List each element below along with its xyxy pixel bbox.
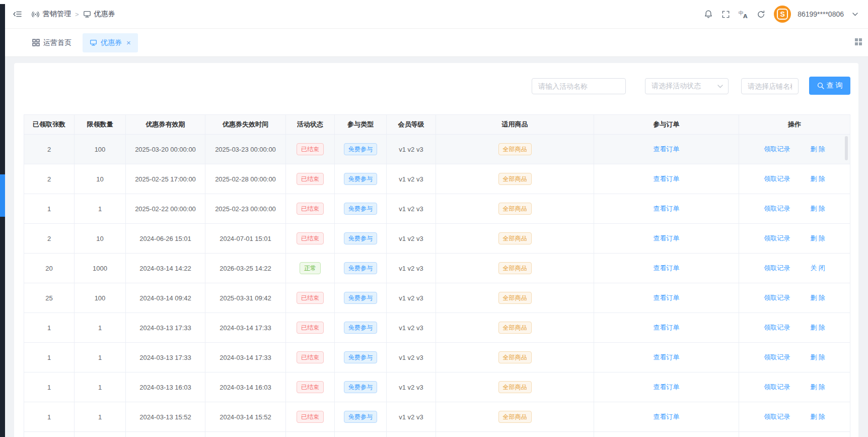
claimed-count-cell: 2: [24, 224, 75, 254]
valid-time-cell: [126, 432, 205, 437]
limit-count-cell: 100: [75, 283, 126, 313]
limit-count: 1: [98, 354, 102, 361]
tab-coupon[interactable]: 优惠券 ×: [83, 33, 138, 52]
claim-records-link[interactable]: 领取记录: [764, 412, 790, 421]
tab-close-icon[interactable]: ×: [126, 39, 131, 46]
actions-cell: 领取记录删 除: [739, 194, 850, 224]
activity-name-input[interactable]: [532, 78, 626, 94]
breadcrumb-section[interactable]: 营销管理: [43, 10, 71, 19]
claim-records-link[interactable]: 领取记录: [764, 204, 790, 213]
expire-time-cell: 2024-03-14 17:33: [205, 313, 286, 343]
member-level: v1 v2 v3: [399, 205, 423, 213]
claim-records-link[interactable]: 领取记录: [764, 174, 790, 183]
delete-link[interactable]: 删 除: [810, 204, 825, 213]
search-button-label: 查 询: [827, 81, 843, 90]
expire-time-cell: 2024-07-01 15:01: [205, 224, 286, 254]
delete-link[interactable]: 删 除: [810, 293, 825, 302]
join-type-badge: 免费参与: [344, 232, 377, 244]
delete-link[interactable]: 删 除: [810, 412, 825, 421]
view-orders-link[interactable]: 查看订单: [654, 234, 680, 243]
delete-link[interactable]: 删 除: [810, 323, 825, 332]
view-orders-link[interactable]: 查看订单: [654, 145, 680, 154]
goods-cell: 全部商品: [436, 194, 594, 224]
view-orders-link[interactable]: 查看订单: [654, 293, 680, 302]
claim-records-link[interactable]: 领取记录: [764, 293, 790, 302]
limit-count: 1: [98, 324, 102, 332]
expire-time-cell: 2025-03-31 09:42: [205, 283, 286, 313]
sidebar-active-item-indicator: [0, 174, 5, 217]
order-cell: 查看订单: [594, 313, 739, 343]
table-header-row: 已领取张数限领数量优惠券有效期优惠券失效时间活动状态参与类型会员等级适用商品参与…: [24, 115, 850, 135]
delete-link[interactable]: 删 除: [810, 383, 825, 392]
refresh-icon[interactable]: [757, 10, 765, 19]
avatar[interactable]: S: [774, 6, 791, 23]
view-orders-link[interactable]: 查看订单: [654, 174, 680, 183]
limit-count-cell: 10: [75, 224, 126, 254]
claimed-count-cell: 1: [24, 343, 75, 372]
member-level-cell: v1 v2 v3: [387, 224, 436, 254]
collapse-menu-icon[interactable]: [13, 10, 22, 19]
order-cell: 查看订单: [594, 343, 739, 372]
breadcrumb-separator: >: [74, 11, 80, 18]
apps-grid-icon[interactable]: [855, 38, 862, 45]
monitor-icon: [83, 10, 91, 18]
translate-language-icon[interactable]: 中 A: [739, 10, 748, 19]
limit-count-cell: 1: [75, 194, 126, 224]
status-badge: 已结束: [297, 232, 324, 244]
view-orders-link[interactable]: 查看订单: [654, 264, 680, 273]
delete-link[interactable]: 删 除: [810, 145, 825, 154]
view-orders-link[interactable]: 查看订单: [654, 383, 680, 392]
goods-cell: 全部商品: [436, 343, 594, 372]
valid-time: 2025-02-22 00:00:00: [135, 205, 196, 213]
claim-records-link[interactable]: 领取记录: [764, 353, 790, 362]
expire-time: 2024-03-14 17:33: [220, 324, 271, 332]
activity-status-select[interactable]: 请选择活动状态: [645, 78, 729, 94]
table-scrollbar-thumb[interactable]: [845, 136, 848, 160]
applicable-goods-badge: 全部商品: [498, 292, 532, 304]
join-type-cell: 免费参与: [335, 254, 387, 283]
claim-records-link[interactable]: 领取记录: [764, 383, 790, 392]
view-orders-link[interactable]: 查看订单: [654, 204, 680, 213]
claim-records-link[interactable]: 领取记录: [764, 145, 790, 154]
view-orders-link[interactable]: 查看订单: [654, 323, 680, 332]
tab-operations-home[interactable]: 运营首页: [25, 33, 79, 52]
member-level: v1 v2 v3: [399, 384, 423, 391]
search-button[interactable]: 查 询: [809, 77, 850, 95]
sidebar-collapsed-strip[interactable]: [0, 4, 5, 437]
delete-link[interactable]: 删 除: [810, 174, 825, 183]
claimed-count: 2: [47, 146, 51, 153]
claimed-count-cell: 1: [24, 194, 75, 224]
view-orders-link[interactable]: 查看订单: [654, 412, 680, 421]
column-header: 参与订单: [594, 115, 739, 135]
row-actions: 领取记录删 除: [764, 323, 825, 332]
delete-link[interactable]: 删 除: [810, 353, 825, 362]
order-cell: 查看订单: [594, 283, 739, 313]
claim-records-link[interactable]: 领取记录: [764, 264, 790, 273]
column-header: 活动状态: [286, 115, 335, 135]
fullscreen-icon[interactable]: [721, 10, 730, 19]
actions-cell: 领取记录删 除: [739, 224, 850, 254]
row-actions: 领取记录删 除: [764, 293, 825, 302]
member-level-cell: v1 v2 v3: [387, 372, 436, 402]
join-type-badge: 免费参与: [344, 203, 377, 215]
valid-time: 2024-03-14 09:42: [139, 294, 191, 302]
expire-time: 2025-02-23 00:00:00: [215, 205, 276, 213]
username[interactable]: 86199****0806: [798, 10, 844, 18]
shop-name-input[interactable]: [741, 78, 799, 94]
claim-records-link[interactable]: 领取记录: [764, 323, 790, 332]
expire-time: 2026-03-25 14:22: [220, 265, 271, 272]
valid-time-cell: 2025-02-22 00:00:00: [126, 194, 205, 224]
status-badge: 已结束: [297, 203, 324, 215]
delete-link[interactable]: 删 除: [810, 234, 825, 243]
valid-time: 2024-03-13 16:03: [139, 384, 191, 391]
notifications-bell-icon[interactable]: [704, 10, 713, 19]
claimed-count-cell: 2: [24, 164, 75, 194]
expire-time-cell: 2025-02-23 00:00:00: [205, 194, 286, 224]
table-row: 112024-03-13 17:332024-03-14 17:33已结束免费参…: [24, 313, 850, 343]
join-type-cell: 免费参与: [335, 135, 387, 164]
claim-records-link[interactable]: 领取记录: [764, 234, 790, 243]
chevron-down-icon[interactable]: [852, 13, 858, 16]
view-orders-link[interactable]: 查看订单: [654, 353, 680, 362]
close-link[interactable]: 关 闭: [810, 264, 825, 273]
valid-time-cell: 2024-03-13 15:52: [126, 402, 205, 432]
